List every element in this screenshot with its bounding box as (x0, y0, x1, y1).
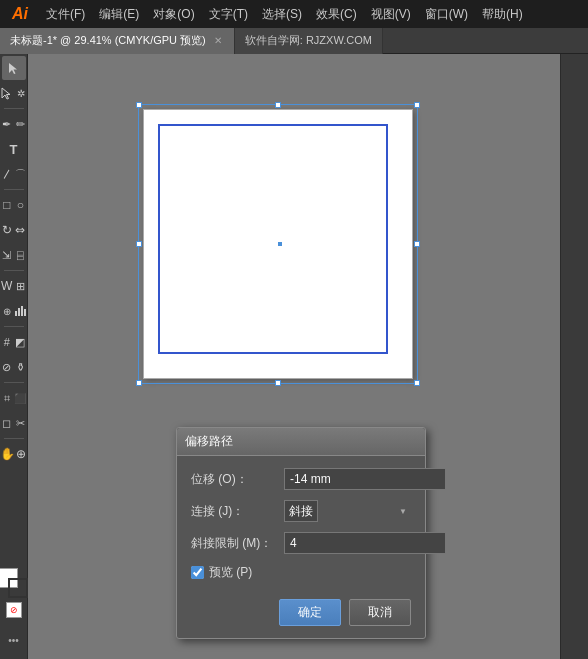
rotate-tool-btn[interactable]: ↻ (0, 218, 14, 242)
offset-path-dialog[interactable]: 偏移路径 位移 (O)： 连接 (J)： 斜接 圆角 斜角 (176, 427, 426, 639)
pen-tool-btn[interactable]: ✒ (0, 112, 14, 136)
tool-sep-3 (4, 270, 24, 271)
miter-label: 斜接限制 (M)： (191, 535, 276, 552)
preview-row: 预览 (P) (191, 564, 411, 581)
free-distort-btn[interactable]: ⊞ (14, 274, 28, 298)
zoom-tool-btn[interactable]: ⊕ (15, 442, 27, 466)
join-select-wrapper: 斜接 圆角 斜角 (284, 500, 411, 522)
canvas-area[interactable]: 偏移路径 位移 (O)： 连接 (J)： 斜接 圆角 斜角 (28, 54, 560, 659)
cancel-button[interactable]: 取消 (349, 599, 411, 626)
tool-row-scale: ⇲ ⌸ (0, 243, 27, 267)
tool-row-graph: ⊕ (0, 299, 27, 323)
menu-bar: 文件(F) 编辑(E) 对象(O) 文字(T) 选择(S) 效果(C) 视图(V… (40, 4, 582, 25)
tab-rjzxw-label: 软件自学网: RJZXW.COM (245, 33, 372, 48)
main-layout: ✲ ✒ ✏ T \ ⌒ □ ○ ↻ ⇔ ⇲ ⌸ W ⊞ ⊕ (0, 54, 588, 659)
stroke-box[interactable] (8, 578, 28, 598)
pencil-tool-btn[interactable]: ✏ (14, 112, 28, 136)
symbol-sprayer-btn[interactable]: ⊕ (0, 299, 14, 323)
reflect-tool-btn[interactable]: ⇔ (14, 218, 28, 242)
tool-row-eraser: ◻ ✂ (0, 411, 27, 435)
left-toolbar: ✲ ✒ ✏ T \ ⌒ □ ○ ↻ ⇔ ⇲ ⌸ W ⊞ ⊕ (0, 54, 28, 659)
right-panel (560, 54, 588, 659)
more-tools-btn[interactable]: ••• (2, 628, 26, 652)
tab-active-label: 未标题-1* @ 29.41% (CMYK/GPU 预览) (10, 33, 206, 48)
tab-active[interactable]: 未标题-1* @ 29.41% (CMYK/GPU 预览) ✕ (0, 28, 235, 54)
type-tool-btn[interactable]: T (2, 137, 26, 161)
paint-bucket-btn[interactable]: ⚱ (14, 355, 28, 379)
tool-row-rect: □ ○ (0, 193, 27, 217)
menu-edit[interactable]: 编辑(E) (93, 4, 145, 25)
tool-row-eyedrop: ⊘ ⚱ (0, 355, 27, 379)
tool-sep-6 (4, 438, 24, 439)
preview-label-text: 预览 (P) (209, 564, 252, 581)
menu-select[interactable]: 选择(S) (256, 4, 308, 25)
arc-tool-btn[interactable]: ⌒ (14, 162, 28, 186)
direct-selection-btn[interactable] (0, 81, 14, 105)
fill-mode-row: ⊘ (6, 602, 22, 618)
tab-bar: 未标题-1* @ 29.41% (CMYK/GPU 预览) ✕ 软件自学网: R… (0, 28, 588, 54)
shear-tool-btn[interactable]: ⌸ (14, 243, 28, 267)
menu-text[interactable]: 文字(T) (203, 4, 254, 25)
rectangle-tool-btn[interactable]: □ (0, 193, 14, 217)
preview-checkbox[interactable] (191, 566, 204, 579)
hand-tool-btn[interactable]: ✋ (0, 442, 15, 466)
menu-object[interactable]: 对象(O) (147, 4, 200, 25)
ai-logo: Ai (6, 5, 34, 23)
menu-help[interactable]: 帮助(H) (476, 4, 529, 25)
dialog-title-text: 偏移路径 (185, 434, 233, 448)
ok-button[interactable]: 确定 (279, 599, 341, 626)
tool-row-hand: ✋ ⊕ (0, 442, 27, 466)
tool-row-2: ✲ (0, 81, 27, 105)
column-graph-btn[interactable] (14, 299, 28, 323)
miter-input[interactable] (284, 532, 446, 554)
blend-tool-btn[interactable]: ⌗ (0, 386, 14, 410)
tool-sep-2 (4, 189, 24, 190)
menu-file[interactable]: 文件(F) (40, 4, 91, 25)
eyedropper-btn[interactable]: ⊘ (0, 355, 14, 379)
slice-tool-btn[interactable]: ⬛ (14, 386, 28, 410)
join-row: 连接 (J)： 斜接 圆角 斜角 (191, 500, 411, 522)
tool-row-mesh: # ◩ (0, 330, 27, 354)
center-dot (278, 242, 282, 246)
warp-tool-btn[interactable]: W (0, 274, 14, 298)
tool-row-warp: W ⊞ (0, 274, 27, 298)
tool-row-rotate: ↻ ⇔ (0, 218, 27, 242)
mesh-tool-btn[interactable]: # (0, 330, 14, 354)
svg-rect-0 (15, 311, 17, 316)
tab-close-button[interactable]: ✕ (212, 35, 224, 46)
no-fill-btn[interactable]: ⊘ (6, 602, 22, 618)
eraser-tool-btn[interactable]: ◻ (0, 411, 14, 435)
ellipse-tool-btn[interactable]: ○ (14, 193, 28, 217)
offset-input[interactable] (284, 468, 446, 490)
gradient-tool-btn[interactable]: ◩ (14, 330, 28, 354)
tool-sep-1 (4, 108, 24, 109)
miter-row: 斜接限制 (M)： (191, 532, 411, 554)
join-select[interactable]: 斜接 圆角 斜角 (284, 500, 318, 522)
svg-rect-2 (21, 306, 23, 316)
offset-label: 位移 (O)： (191, 471, 276, 488)
tool-row-line: \ ⌒ (0, 162, 27, 186)
svg-rect-1 (18, 308, 20, 316)
svg-rect-3 (24, 309, 26, 316)
tab-rjzxw[interactable]: 软件自学网: RJZXW.COM (235, 28, 383, 54)
offset-row: 位移 (O)： (191, 468, 411, 490)
menu-effect[interactable]: 效果(C) (310, 4, 363, 25)
tool-sep-5 (4, 382, 24, 383)
magic-wand-btn[interactable]: ✲ (14, 81, 27, 105)
join-label: 连接 (J)： (191, 503, 276, 520)
selection-tool-btn[interactable] (2, 56, 26, 80)
preview-checkbox-label[interactable]: 预览 (P) (191, 564, 252, 581)
color-area: ⊘ (0, 568, 30, 618)
tool-row-pen: ✒ ✏ (0, 112, 27, 136)
dialog-titlebar: 偏移路径 (177, 428, 425, 456)
title-bar: Ai 文件(F) 编辑(E) 对象(O) 文字(T) 选择(S) 效果(C) 视… (0, 0, 588, 28)
stroke-fill-indicator[interactable] (0, 568, 30, 600)
dialog-footer: 确定 取消 (177, 593, 425, 638)
tool-sep-4 (4, 326, 24, 327)
tool-row-slice: ⌗ ⬛ (0, 386, 27, 410)
menu-view[interactable]: 视图(V) (365, 4, 417, 25)
menu-window[interactable]: 窗口(W) (419, 4, 474, 25)
scale-tool-btn[interactable]: ⇲ (0, 243, 14, 267)
dialog-body: 位移 (O)： 连接 (J)： 斜接 圆角 斜角 (177, 456, 425, 593)
scissors-tool-btn[interactable]: ✂ (14, 411, 28, 435)
